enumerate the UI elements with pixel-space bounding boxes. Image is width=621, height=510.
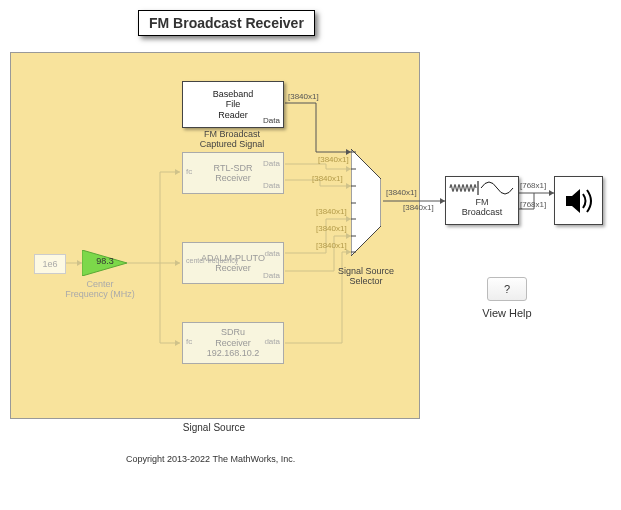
sdru-line3: 192.168.10.2 — [207, 348, 260, 358]
center-frequency-label: Center Frequency (MHz) — [60, 280, 140, 300]
sdru-line1: SDRu — [221, 327, 245, 337]
dim-pluto-2: [3840x1] — [316, 224, 347, 233]
signal-source-label: Signal Source — [10, 422, 418, 433]
sdru-data-port: data — [264, 337, 280, 346]
sdru-line2: Receiver — [215, 338, 251, 348]
speaker-icon — [562, 184, 596, 218]
constant-1e6-block[interactable]: 1e6 — [34, 254, 66, 274]
pluto-fc-port: center frequency — [186, 257, 238, 265]
view-help-button[interactable]: ? — [487, 277, 527, 301]
model-title: FM Broadcast Receiver — [138, 10, 315, 36]
rtl-data-port-2: Data — [263, 181, 280, 190]
adalm-pluto-block[interactable]: ADALM-PLUTO Receiver center frequency da… — [182, 242, 284, 284]
dim-baseband: [3840x1] — [288, 92, 319, 101]
sdru-block[interactable]: SDRu Receiver 192.168.10.2 fc data — [182, 322, 284, 364]
baseband-line2: File — [226, 99, 241, 109]
baseband-line1: Baseband — [213, 89, 254, 99]
rtl-fc-port: fc — [186, 167, 192, 176]
baseband-caption: FM Broadcast Captured Signal — [172, 129, 292, 149]
gain-value: 98.3 — [91, 256, 119, 266]
signal-source-selector-block[interactable] — [351, 144, 381, 261]
fm-broadcast-block[interactable]: FM Broadcast — [445, 176, 519, 225]
dim-fm-out-1: [768x1] — [520, 181, 546, 190]
dim-selector-out-bot: [3840x1] — [403, 203, 434, 212]
dim-fm-out-2: [768x1] — [520, 200, 546, 209]
copyright-text: Copyright 2013-2022 The MathWorks, Inc. — [126, 454, 295, 464]
dim-selector-out-top: [3840x1] — [386, 188, 417, 197]
rtl-line1: RTL-SDR — [214, 163, 253, 173]
sdru-fc-port: fc — [186, 337, 192, 346]
rtl-data-port: Data — [263, 159, 280, 168]
view-help-label: View Help — [465, 307, 549, 319]
diagram-canvas: Signal Source — [10, 52, 611, 492]
baseband-line3: Reader — [218, 110, 248, 120]
selector-label: Signal Source Selector — [325, 267, 407, 287]
pluto-data-port-2: Data — [263, 271, 280, 280]
baseband-file-reader-block[interactable]: Baseband File Reader Data — [182, 81, 284, 128]
svg-marker-50 — [566, 189, 580, 213]
pluto-data-port: data — [264, 249, 280, 258]
rtl-line2: Receiver — [215, 173, 251, 183]
dim-rtl-1: [3840x1] — [318, 155, 349, 164]
wave-icon — [449, 180, 515, 196]
rtl-sdr-block[interactable]: RTL-SDR Receiver fc Data Data — [182, 152, 284, 194]
dim-rtl-2: [3840x1] — [312, 174, 343, 183]
fm-broadcast-label: FM Broadcast — [446, 198, 518, 218]
audio-device-block[interactable] — [554, 176, 603, 225]
baseband-port-data: Data — [263, 116, 280, 125]
dim-pluto-1: [3840x1] — [316, 207, 347, 216]
dim-sdru: [3840x1] — [316, 241, 347, 250]
